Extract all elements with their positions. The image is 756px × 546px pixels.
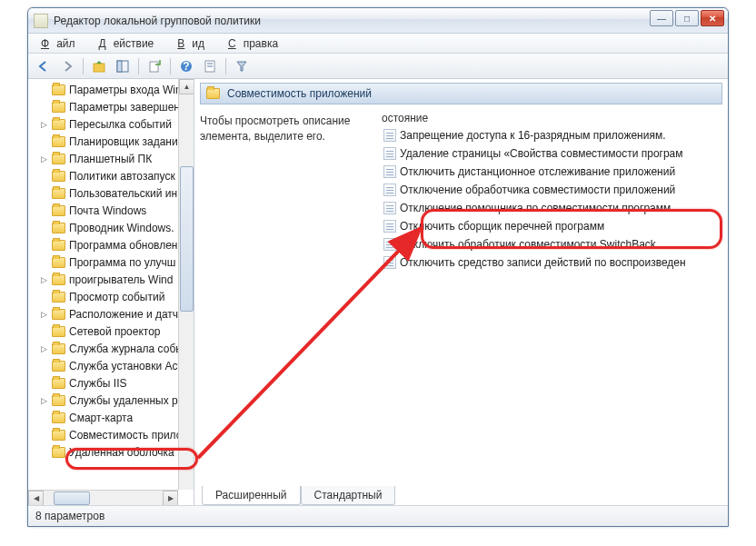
policy-item[interactable]: Отключение обработчика совместимости при…	[382, 181, 722, 199]
tree-item-label: Просмотр событий	[69, 291, 164, 303]
tree-item-label: Расположение и датч	[69, 308, 178, 321]
folder-icon	[52, 205, 65, 216]
tree-item[interactable]: Программа обновлен	[32, 236, 194, 253]
policy-list-column: остояние Запрещение доступа к 16-разрядн…	[382, 110, 722, 501]
tree-item[interactable]: Проводник Windows.	[32, 219, 194, 236]
show-hide-tree-button[interactable]	[113, 56, 133, 76]
folder-icon	[52, 326, 65, 337]
folder-icon	[52, 395, 65, 406]
column-header-state[interactable]: остояние	[382, 110, 722, 126]
filter-button[interactable]	[232, 56, 252, 76]
tree-list: Параметры входа WindПараметры завершениП…	[28, 79, 194, 462]
policy-icon	[383, 238, 396, 251]
tree-item[interactable]: Пользовательский ин	[32, 184, 194, 202]
folder-icon	[52, 240, 65, 251]
properties-button[interactable]	[200, 56, 220, 76]
toolbar: ?	[28, 54, 728, 79]
tree-item[interactable]: Параметры завершени	[32, 98, 194, 115]
menu-view[interactable]: Вид	[170, 35, 219, 52]
content-area: Параметры входа WindПараметры завершениП…	[28, 79, 728, 506]
maximize-button[interactable]: □	[675, 10, 699, 26]
tree-item-label: Удаленная оболочка W	[69, 446, 187, 459]
tree-item[interactable]: Служба установки Act	[32, 357, 194, 374]
folder-icon	[52, 430, 65, 441]
policy-list: Запрещение доступа к 16-разрядным прилож…	[382, 126, 722, 272]
tree-item-label: Пересылка событий	[69, 118, 172, 131]
policy-label: Отключение обработчика совместимости при…	[400, 184, 675, 196]
description-column: Чтобы просмотреть описание элемента, выд…	[200, 110, 373, 501]
policy-item[interactable]: Отключить средство записи действий по во…	[382, 253, 722, 272]
tree-item[interactable]: Планировщик задани	[32, 133, 194, 150]
tree-item-label: Планшетный ПК	[69, 153, 152, 165]
policy-item[interactable]: Отключить обработчик совместимости Switc…	[382, 235, 722, 253]
menu-action[interactable]: Действие	[92, 35, 169, 52]
statusbar: 8 параметров	[28, 506, 728, 526]
tree-item[interactable]: Службы IIS	[32, 374, 194, 392]
policy-item[interactable]: Отключить дистанционное отслеживание при…	[382, 163, 722, 181]
tree-item[interactable]: Совместимость прило	[32, 426, 194, 443]
tree-item[interactable]: Смарт-карта	[32, 409, 194, 426]
tree-item[interactable]: Удаленная оболочка W	[32, 443, 194, 461]
folder-icon	[52, 361, 65, 372]
svg-rect-0	[94, 64, 104, 72]
tree-item[interactable]: Просмотр событий	[32, 288, 194, 305]
policy-item[interactable]: Запрещение доступа к 16-разрядным прилож…	[382, 126, 722, 144]
scroll-thumb[interactable]	[54, 491, 90, 505]
tree-item[interactable]: Планшетный ПК	[32, 150, 194, 167]
tree-item-label: Службы IIS	[69, 377, 126, 390]
tree-item[interactable]: проигрыватель Wind	[32, 271, 194, 288]
tree-item[interactable]: Программа по улучш	[32, 253, 194, 271]
policy-label: Отключение помощника по совместимости пр…	[400, 202, 671, 214]
tree-item-label: Служба установки Act	[69, 360, 181, 372]
policy-item[interactable]: Удаление страницы «Свойства совместимост…	[382, 144, 722, 163]
scroll-right-button[interactable]: ▶	[163, 491, 178, 506]
folder-icon	[52, 257, 65, 268]
policy-label: Отключить сборщик перечней программ	[400, 220, 604, 233]
app-icon	[34, 14, 48, 28]
svg-rect-3	[150, 62, 158, 72]
export-button[interactable]	[144, 56, 164, 76]
tree-item[interactable]: Почта Windows	[32, 202, 194, 219]
tree-item[interactable]: Расположение и датч	[32, 305, 194, 323]
close-button[interactable]: ✕	[701, 10, 724, 26]
folder-icon	[52, 136, 65, 147]
tab-standard[interactable]: Стандартный	[301, 486, 396, 505]
scroll-thumb[interactable]	[180, 166, 194, 312]
scroll-left-button[interactable]: ◀	[28, 491, 44, 506]
help-button[interactable]: ?	[176, 56, 196, 76]
policy-item[interactable]: Отключить сборщик перечней программ	[382, 217, 722, 235]
folder-icon	[52, 343, 65, 354]
tree-item[interactable]: Служба журнала собы	[32, 340, 194, 357]
menu-file[interactable]: Файл	[34, 35, 90, 52]
menubar: Файл Действие Вид Справка	[28, 34, 728, 54]
view-tabs: Расширенный Стандартный	[194, 483, 728, 505]
forward-button[interactable]	[57, 56, 77, 76]
folder-icon	[52, 154, 65, 164]
policy-icon	[383, 147, 396, 160]
policy-label: Отключить средство записи действий по во…	[400, 256, 686, 269]
minimize-button[interactable]: —	[650, 10, 673, 26]
folder-icon	[52, 188, 65, 199]
tree-item[interactable]: Политики автозапуск	[32, 167, 194, 184]
up-button[interactable]	[89, 56, 109, 76]
folder-icon	[52, 412, 65, 423]
tree-pane: Параметры входа WindПараметры завершениП…	[28, 79, 194, 505]
svg-text:?: ?	[183, 60, 189, 73]
tree-item[interactable]: Пересылка событий	[32, 115, 194, 133]
scroll-up-button[interactable]: ▲	[179, 79, 194, 94]
back-button[interactable]	[34, 56, 54, 76]
policy-item[interactable]: Отключение помощника по совместимости пр…	[382, 199, 722, 217]
policy-icon	[383, 165, 396, 178]
tree-vertical-scrollbar[interactable]: ▲	[178, 79, 194, 490]
tree-item[interactable]: Службы удаленных ра	[32, 392, 194, 409]
policy-icon	[383, 256, 396, 269]
tree-item[interactable]: Параметры входа Wind	[32, 81, 194, 98]
tree-item-label: Политики автозапуск	[69, 170, 175, 183]
tree-item[interactable]: Сетевой проектор	[32, 323, 194, 340]
menu-help[interactable]: Справка	[221, 35, 293, 52]
tree-horizontal-scrollbar[interactable]: ◀ ▶	[28, 490, 178, 505]
tab-extended[interactable]: Расширенный	[202, 486, 301, 505]
toolbar-separator	[170, 58, 171, 74]
tree-item-label: Служба журнала собы	[69, 342, 184, 355]
status-text: 8 параметров	[35, 510, 104, 522]
